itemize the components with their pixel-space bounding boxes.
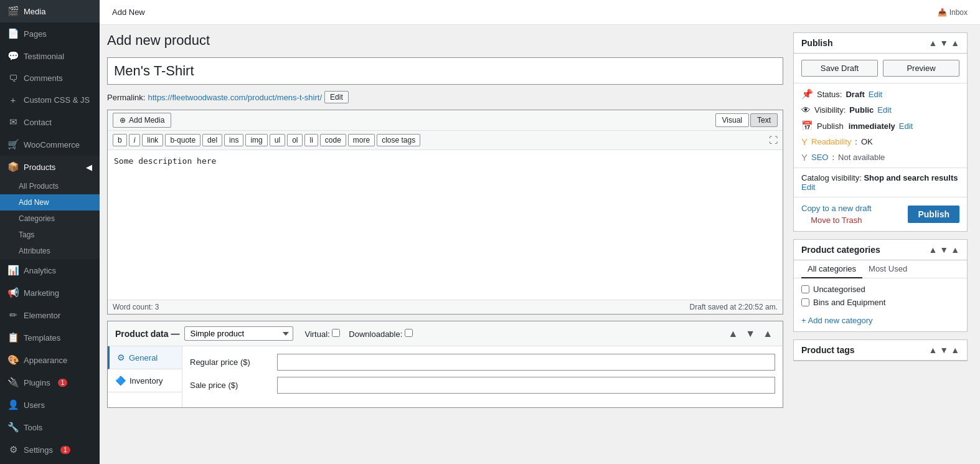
toolbar-ul[interactable]: ul: [270, 134, 285, 146]
product-categories-controls: ▲ ▼ ▲: [928, 245, 959, 255]
seo-link[interactable]: SEO: [811, 153, 828, 162]
plugins-icon: 🔌: [7, 377, 19, 388]
publish-button[interactable]: Publish: [908, 206, 959, 223]
cat-checkbox-bins[interactable]: [801, 298, 809, 306]
product-data-down[interactable]: ▼: [743, 327, 758, 341]
toolbar-del[interactable]: del: [202, 134, 222, 146]
toolbar-more[interactable]: more: [348, 134, 375, 146]
sidebar-item-templates[interactable]: 📋 Templates: [0, 326, 100, 349]
readability-link[interactable]: Readability: [811, 137, 851, 146]
sidebar-item-woocommerce[interactable]: 🛒 WooCommerce: [0, 133, 100, 156]
virtual-checkbox[interactable]: [332, 329, 340, 337]
publish-box-header[interactable]: Publish ▲ ▼ ▲: [794, 33, 967, 54]
products-submenu: All Products Add New Categories Tags Att…: [0, 178, 100, 259]
copy-draft-button[interactable]: Copy to a new draft: [801, 204, 872, 213]
sidebar-item-comments[interactable]: 🗨 Comments: [0, 67, 100, 89]
tags-down-btn[interactable]: ▼: [940, 345, 948, 355]
users-icon: 👤: [7, 399, 19, 410]
virtual-downloadable: Virtual: Downloadable:: [304, 329, 413, 339]
publish-collapse-btn[interactable]: ▲: [951, 38, 959, 48]
regular-price-label: Regular price ($): [190, 357, 271, 367]
sidebar-item-tags[interactable]: Tags: [0, 227, 100, 243]
cat-down-btn[interactable]: ▼: [940, 245, 948, 255]
sidebar-item-pages[interactable]: 📄 Pages: [0, 22, 100, 45]
product-title-input[interactable]: [107, 57, 783, 85]
downloadable-checkbox[interactable]: [405, 329, 413, 337]
toolbar-li[interactable]: li: [304, 134, 318, 146]
text-tab[interactable]: Text: [750, 113, 778, 127]
sidebar-item-marketing[interactable]: 📢 Marketing: [0, 282, 100, 304]
publish-down-btn[interactable]: ▼: [940, 38, 948, 48]
sidebar-item-settings[interactable]: ⚙ Settings 1: [0, 438, 100, 461]
sidebar-item-plugins[interactable]: 🔌 Plugins 1: [0, 371, 100, 394]
toolbar-bquote[interactable]: b-quote: [165, 134, 200, 146]
cat-tab-all[interactable]: All categories: [801, 260, 862, 278]
sidebar-item-custom-css[interactable]: + Custom CSS & JS: [0, 89, 100, 111]
inbox-area[interactable]: 📥 Inbox: [938, 8, 968, 17]
sidebar-item-categories[interactable]: Categories: [0, 211, 100, 227]
toolbar-img[interactable]: img: [245, 134, 267, 146]
sidebar-item-add-new[interactable]: Add New: [0, 194, 100, 211]
toolbar-link[interactable]: link: [142, 134, 163, 146]
publish-meta: 📌 Status: Draft Edit 👁 Visibility: Publi…: [794, 83, 967, 168]
add-category-link[interactable]: + Add new category: [794, 313, 967, 331]
add-media-button[interactable]: ⊕ Add Media: [113, 113, 171, 128]
toolbar-ol[interactable]: ol: [287, 134, 303, 146]
product-data-header: Product data — Simple product Grouped pr…: [108, 321, 783, 346]
product-tags-box: Product tags ▲ ▼ ▲: [793, 339, 968, 361]
inbox-icon: 📥: [938, 8, 947, 17]
contact-icon: ✉: [7, 116, 19, 128]
product-data-toggle[interactable]: ▲: [760, 327, 775, 341]
catalog-edit-link[interactable]: Edit: [801, 182, 815, 192]
product-type-select[interactable]: Simple product Grouped product External/…: [184, 326, 293, 341]
product-data-up[interactable]: ▲: [725, 327, 740, 341]
sidebar-item-products[interactable]: 📦 Products ◀: [0, 156, 100, 178]
sidebar-item-users[interactable]: 👤 Users: [0, 394, 100, 416]
product-data-main: Regular price ($) Sale price ($): [182, 346, 783, 407]
readability-value: OK: [861, 137, 873, 146]
draft-saved: Draft saved at 2:20:52 am.: [690, 303, 778, 311]
cat-collapse-btn[interactable]: ▲: [951, 245, 959, 255]
sidebar-item-elementor[interactable]: ✏ Elementor: [0, 304, 100, 326]
pds-general[interactable]: ⚙ General: [108, 346, 182, 369]
save-draft-button[interactable]: Save Draft: [801, 60, 878, 77]
sidebar-item-all-products[interactable]: All Products: [0, 178, 100, 194]
permalink-url[interactable]: https://fleetwoodwaste.com/product/mens-…: [148, 93, 322, 102]
publish-up-btn[interactable]: ▲: [928, 38, 937, 48]
toolbar-code[interactable]: code: [320, 134, 346, 146]
move-trash-button[interactable]: Move to Trash: [801, 215, 872, 225]
visual-tab[interactable]: Visual: [715, 113, 749, 127]
publish-label: Publish: [817, 121, 844, 131]
product-tags-header[interactable]: Product tags ▲ ▼ ▲: [794, 340, 967, 361]
toolbar-close-tags[interactable]: close tags: [377, 134, 420, 146]
toolbar-i[interactable]: i: [129, 134, 141, 146]
woocommerce-icon: 🛒: [7, 139, 19, 150]
permalink-edit-button[interactable]: Edit: [324, 91, 349, 103]
sidebar-item-testimonial[interactable]: 💬 Testimonial: [0, 45, 100, 67]
preview-button[interactable]: Preview: [883, 60, 959, 77]
product-categories-header[interactable]: Product categories ▲ ▼ ▲: [794, 240, 967, 260]
sidebar-item-tools[interactable]: 🔧 Tools: [0, 416, 100, 438]
sidebar-item-contact[interactable]: ✉ Contact: [0, 111, 100, 133]
cat-up-btn[interactable]: ▲: [928, 245, 937, 255]
visibility-edit-link[interactable]: Edit: [877, 105, 891, 115]
product-tags-controls: ▲ ▼ ▲: [928, 345, 959, 355]
status-edit-link[interactable]: Edit: [869, 90, 882, 99]
sidebar-item-attributes[interactable]: Attributes: [0, 243, 100, 259]
sidebar-item-media[interactable]: 🎬 Media: [0, 0, 100, 22]
cat-checkbox-uncategorised[interactable]: [801, 285, 809, 293]
editor-content[interactable]: Some description here: [108, 150, 783, 300]
toolbar-ins[interactable]: ins: [224, 134, 243, 146]
sale-price-input[interactable]: [277, 377, 775, 394]
sidebar-item-appearance[interactable]: 🎨 Appearance: [0, 349, 100, 371]
toolbar-b[interactable]: b: [113, 134, 127, 146]
cat-tab-most-used[interactable]: Most Used: [862, 260, 913, 278]
publish-time-edit-link[interactable]: Edit: [899, 121, 913, 131]
pds-inventory[interactable]: 🔷 Inventory: [108, 369, 182, 392]
sidebar-item-analytics[interactable]: 📊 Analytics: [0, 259, 100, 282]
tags-up-btn[interactable]: ▲: [928, 345, 937, 355]
expand-icon[interactable]: ⛶: [769, 135, 778, 145]
regular-price-input[interactable]: [277, 354, 775, 371]
analytics-icon: 📊: [7, 265, 19, 276]
tags-collapse-btn[interactable]: ▲: [951, 345, 959, 355]
